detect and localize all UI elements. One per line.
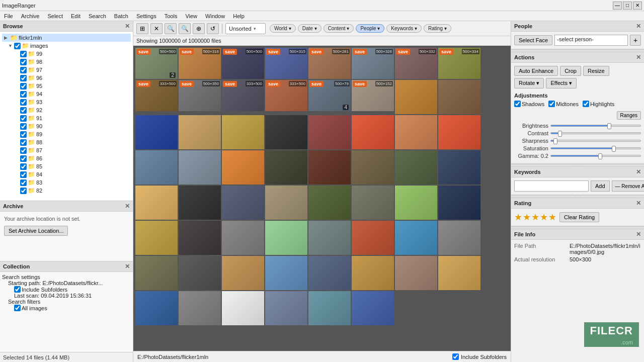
image-thumbnail[interactable] — [179, 150, 221, 185]
image-thumbnail[interactable] — [135, 291, 178, 325]
save-button[interactable]: save — [309, 49, 324, 55]
menu-item-batch[interactable]: Batch — [112, 13, 130, 19]
image-thumbnail[interactable] — [135, 186, 178, 220]
tree-item-89[interactable]: 📁89 — [2, 130, 131, 138]
tree-item-87[interactable]: 📁87 — [2, 146, 131, 154]
image-thumbnail[interactable] — [438, 150, 480, 185]
tree-item-98[interactable]: 📁98 — [2, 58, 131, 66]
image-thumbnail[interactable] — [438, 221, 480, 255]
window-controls[interactable]: — □ ✕ — [613, 2, 642, 10]
image-thumbnail[interactable]: save500×152 — [352, 80, 394, 111]
image-thumbnail[interactable] — [179, 221, 221, 255]
refresh-button[interactable]: ↺ — [207, 23, 219, 34]
image-thumbnail[interactable] — [179, 186, 221, 220]
tree-item-90[interactable]: 📁90 — [2, 122, 131, 130]
maximize-button[interactable]: □ — [623, 2, 632, 10]
menu-item-file[interactable]: File — [2, 13, 15, 19]
slider-track[interactable] — [550, 132, 641, 134]
save-button[interactable]: save — [136, 49, 150, 55]
image-thumbnail[interactable] — [395, 256, 437, 290]
people-close-button[interactable]: ✕ — [636, 23, 641, 30]
menu-item-edit[interactable]: Edit — [69, 13, 83, 19]
set-archive-button[interactable]: Set Archive Location... — [4, 226, 68, 236]
save-button[interactable]: save — [223, 49, 237, 55]
slider-track[interactable] — [550, 147, 641, 149]
tree-item-99[interactable]: 📁99 — [2, 50, 131, 58]
image-thumbnail[interactable] — [395, 150, 437, 185]
image-thumbnail[interactable] — [308, 150, 351, 185]
adj-check-highlights[interactable]: Highlights — [583, 101, 614, 107]
include-subfolders-input[interactable] — [452, 353, 459, 360]
adj-check-shadows[interactable]: Shadows — [514, 101, 544, 107]
image-thumbnail[interactable] — [395, 115, 437, 149]
image-thumbnail[interactable] — [352, 186, 394, 220]
image-thumbnail[interactable] — [265, 256, 307, 290]
tree-item-97[interactable]: 📁97 — [2, 66, 131, 74]
action-auto-enhance-button[interactable]: Auto Enhance — [514, 66, 558, 76]
image-thumbnail[interactable]: save333×500 — [265, 80, 307, 111]
save-button[interactable]: save — [353, 81, 367, 87]
image-thumbnail[interactable] — [222, 150, 264, 185]
tree-item-96[interactable]: 📁96 — [2, 74, 131, 82]
image-thumbnail[interactable] — [265, 221, 307, 255]
browse-close-button[interactable]: ✕ — [125, 23, 130, 30]
image-thumbnail[interactable] — [352, 256, 394, 290]
include-subfolders-checkbox[interactable]: Include Subfolders — [452, 353, 507, 360]
image-thumbnail[interactable] — [222, 291, 264, 325]
star-1[interactable]: ★ — [514, 212, 522, 223]
tree-item-92[interactable]: 📁92 — [2, 106, 131, 114]
grid-view-button[interactable]: ⊞ — [136, 23, 148, 34]
image-thumbnail[interactable] — [308, 256, 351, 290]
star-rating[interactable]: ★★★★★ — [514, 212, 556, 223]
collection-close-button[interactable]: ✕ — [125, 263, 130, 270]
image-thumbnail[interactable] — [179, 115, 221, 149]
image-thumbnail[interactable]: save500×281 — [308, 48, 351, 79]
tree-item-94[interactable]: 📁94 — [2, 90, 131, 98]
star-2[interactable]: ★ — [523, 212, 531, 223]
image-thumbnail[interactable] — [395, 221, 437, 255]
filter-chip-people--[interactable]: People ▾ — [356, 24, 384, 33]
add-keyword-button[interactable]: Add — [591, 180, 610, 192]
image-thumbnail[interactable] — [438, 80, 480, 114]
image-thumbnail[interactable] — [395, 80, 437, 114]
save-button[interactable]: save — [439, 49, 453, 55]
menu-item-tools[interactable]: Tools — [163, 13, 180, 19]
tree-item-93[interactable]: 📁93 — [2, 98, 131, 106]
tree-item-84[interactable]: 📁84 — [2, 170, 131, 178]
tree-item-root[interactable]: ▶📁flickr1mln — [2, 34, 131, 42]
save-button[interactable]: save — [223, 81, 237, 87]
image-thumbnail[interactable] — [222, 186, 264, 220]
image-thumbnail[interactable] — [352, 115, 394, 149]
filter-chip-world--[interactable]: World ▾ — [270, 24, 296, 33]
menu-item-window[interactable]: Window — [203, 13, 227, 19]
slider-track[interactable] — [550, 140, 641, 142]
image-thumbnail[interactable]: save500×794 — [308, 80, 351, 111]
add-button[interactable]: ⊕ — [193, 23, 205, 34]
image-thumbnail[interactable] — [308, 115, 351, 149]
menu-item-help[interactable]: Help — [231, 13, 247, 19]
filter-chip-date--[interactable]: Date ▾ — [298, 24, 321, 33]
action-effects---button[interactable]: Effects ▾ — [546, 78, 576, 88]
save-button[interactable]: save — [309, 81, 324, 87]
save-button[interactable]: save — [180, 81, 194, 87]
select-face-button[interactable]: Select Face — [514, 35, 552, 45]
image-thumbnail[interactable] — [135, 221, 178, 255]
image-thumbnail[interactable]: save500×500 — [222, 48, 264, 79]
star-5[interactable]: ★ — [548, 212, 556, 223]
filter-chip-keywords--[interactable]: Keywords ▾ — [386, 24, 422, 33]
image-thumbnail[interactable]: save500×315 — [265, 48, 307, 79]
slider-track[interactable] — [550, 125, 641, 127]
image-thumbnail[interactable] — [352, 291, 394, 325]
image-thumbnail[interactable] — [308, 221, 351, 255]
save-button[interactable]: save — [396, 49, 410, 55]
save-button[interactable]: save — [180, 49, 194, 55]
star-4[interactable]: ★ — [540, 212, 548, 223]
image-thumbnail[interactable] — [438, 256, 480, 290]
tree-item-images[interactable]: ▼📁images — [2, 42, 131, 50]
tree-item-82[interactable]: 📁82 — [2, 187, 131, 195]
image-thumbnail[interactable]: save500×5002 — [135, 48, 178, 79]
star-3[interactable]: ★ — [531, 212, 539, 223]
image-thumbnail[interactable] — [135, 256, 178, 290]
image-thumbnail[interactable] — [265, 150, 307, 185]
filter-chip-rating--[interactable]: Rating ▾ — [424, 24, 451, 33]
